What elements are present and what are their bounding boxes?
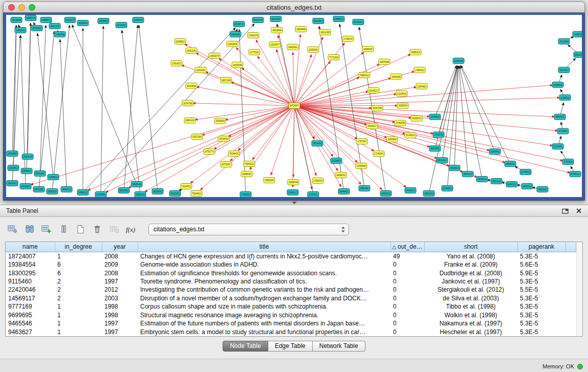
- tab-edge-table[interactable]: Edge Table: [268, 341, 313, 352]
- graph-node[interactable]: 85318741: [233, 21, 245, 27]
- graph-node[interactable]: 19565683: [356, 163, 367, 169]
- graph-node[interactable]: 12210453: [552, 144, 563, 149]
- graph-node[interactable]: 21858072: [40, 17, 52, 23]
- graph-node[interactable]: 16044512: [442, 186, 453, 191]
- table-source-select[interactable]: citations_edges.txt: [148, 224, 349, 235]
- graph-node[interactable]: 76194412: [191, 191, 202, 196]
- graph-edge[interactable]: [72, 25, 137, 184]
- graph-node[interactable]: 59051952: [33, 187, 45, 192]
- graph-edge[interactable]: [225, 106, 294, 120]
- graph-node[interactable]: 18955397: [362, 46, 374, 52]
- graph-edge[interactable]: [460, 66, 482, 180]
- graph-edge[interactable]: [459, 66, 468, 174]
- graph-node[interactable]: 16973041: [429, 146, 441, 151]
- graph-edge[interactable]: [40, 25, 46, 173]
- show-columns-icon[interactable]: [22, 222, 37, 236]
- graph-node[interactable]: 17919712: [433, 132, 444, 138]
- graph-edge[interactable]: [429, 66, 458, 193]
- graph-node[interactable]: 74850310: [410, 49, 421, 55]
- column-header-in_degree[interactable]: in_degree: [55, 242, 102, 252]
- graph-node[interactable]: 19412175: [49, 23, 60, 29]
- graph-node[interactable]: 26752061: [95, 192, 106, 197]
- graph-node[interactable]: 15134570: [331, 158, 342, 164]
- graph-edge[interactable]: [122, 30, 140, 194]
- graph-node[interactable]: 19274412: [558, 67, 570, 73]
- graph-edge[interactable]: [293, 52, 294, 106]
- graph-node[interactable]: 18316912: [152, 189, 163, 194]
- graph-node[interactable]: 66940910: [313, 18, 324, 24]
- graph-node[interactable]: 16836652: [98, 18, 109, 24]
- graph-node[interactable]: 22060815: [227, 41, 238, 47]
- tab-node-table[interactable]: Node Table: [223, 341, 268, 352]
- graph-edge[interactable]: [294, 106, 405, 134]
- graph-edge[interactable]: [294, 106, 558, 131]
- graph-node[interactable]: 15903412: [537, 187, 548, 192]
- graph-node[interactable]: 16935112: [380, 191, 391, 196]
- graph-edge[interactable]: [197, 87, 294, 106]
- graph-node[interactable]: 20732627: [221, 162, 232, 167]
- graph-node[interactable]: 67745212: [570, 171, 581, 177]
- graph-edge[interactable]: [252, 106, 294, 160]
- graph-node[interactable]: 18138008: [11, 17, 22, 23]
- column-header-name[interactable]: name: [6, 242, 55, 252]
- graph-node[interactable]: 18724007: [289, 103, 300, 108]
- graph-node[interactable]: 10740512: [520, 169, 531, 175]
- close-panel-icon[interactable]: ✕: [576, 207, 582, 214]
- column-header-pagerank[interactable]: pagerank: [517, 242, 565, 252]
- graph-edge[interactable]: [294, 106, 438, 159]
- create-column-icon[interactable]: [39, 222, 54, 236]
- column-header-title[interactable]: title: [138, 242, 390, 252]
- function-builder-icon[interactable]: f(x): [123, 222, 139, 236]
- graph-node[interactable]: 15950004: [264, 178, 275, 183]
- graph-node[interactable]: 85310742: [252, 17, 264, 23]
- graph-node[interactable]: 14204274: [248, 32, 259, 38]
- graph-edge[interactable]: [294, 98, 560, 106]
- delete-icon[interactable]: [90, 222, 105, 236]
- graph-node[interactable]: 16815274: [209, 53, 220, 58]
- graph-node[interactable]: 16055718: [25, 15, 36, 20]
- graph-node[interactable]: 18254064: [77, 20, 89, 26]
- float-panel-icon[interactable]: [562, 208, 569, 214]
- graph-node[interactable]: 97450212: [405, 188, 416, 193]
- graph-node[interactable]: 16326251: [308, 47, 319, 52]
- citation-network-graph[interactable]: 1872400716935234174940561626384217240041…: [6, 15, 582, 197]
- graph-edge[interactable]: [31, 106, 294, 185]
- graph-node[interactable]: 18921412: [423, 191, 434, 196]
- table-row[interactable]: 946554611997Estimation of the future num…: [6, 319, 576, 327]
- graph-node[interactable]: 32161098: [372, 105, 383, 111]
- graph-node[interactable]: 19245013: [476, 177, 488, 182]
- graph-node[interactable]: 18613094: [270, 16, 281, 21]
- graph-node[interactable]: 28671308: [221, 77, 232, 83]
- graph-edge[interactable]: [293, 106, 294, 188]
- column-header-year[interactable]: year: [102, 242, 138, 252]
- graph-node[interactable]: 15236918: [214, 118, 226, 124]
- graph-node[interactable]: 13488212: [48, 174, 59, 180]
- graph-node[interactable]: 26620812: [118, 188, 129, 193]
- graph-node[interactable]: 25929154: [22, 154, 33, 160]
- graph-edge[interactable]: [435, 65, 456, 117]
- splitter-handle[interactable]: [0, 201, 588, 205]
- graph-node[interactable]: 18345410: [552, 82, 563, 87]
- graph-node[interactable]: 16263842: [386, 137, 398, 142]
- graph-node[interactable]: 20996812: [21, 168, 32, 174]
- graph-node[interactable]: 15122834: [558, 38, 570, 44]
- table-row[interactable]: 1872400712008Changes of HCN gene express…: [6, 252, 576, 260]
- graph-node[interactable]: 16914212: [449, 165, 460, 171]
- graph-node[interactable]: 76234512: [181, 184, 192, 189]
- graph-node[interactable]: 17850312: [414, 67, 425, 73]
- table-row[interactable]: 1830029562008Estimation of significance …: [6, 269, 576, 277]
- column-header-short[interactable]: short: [424, 242, 517, 252]
- network-canvas[interactable]: 1872400716935234174940561626384217240041…: [6, 15, 582, 197]
- graph-node[interactable]: 24957641: [359, 186, 370, 191]
- graph-node[interactable]: 19797399: [182, 100, 193, 106]
- graph-node[interactable]: 15122812: [20, 184, 31, 189]
- graph-node[interactable]: 16844849: [295, 26, 307, 32]
- graph-edge[interactable]: [193, 103, 294, 106]
- graph-node[interactable]: 20996122: [77, 190, 89, 195]
- graph-node[interactable]: 15805134: [131, 182, 142, 187]
- graph-edge[interactable]: [294, 54, 312, 105]
- graph-node[interactable]: 20053021: [15, 27, 26, 33]
- graph-node[interactable]: 16045412: [554, 114, 565, 120]
- tab-network-table[interactable]: Network Table: [313, 341, 365, 352]
- graph-edge[interactable]: [124, 25, 138, 190]
